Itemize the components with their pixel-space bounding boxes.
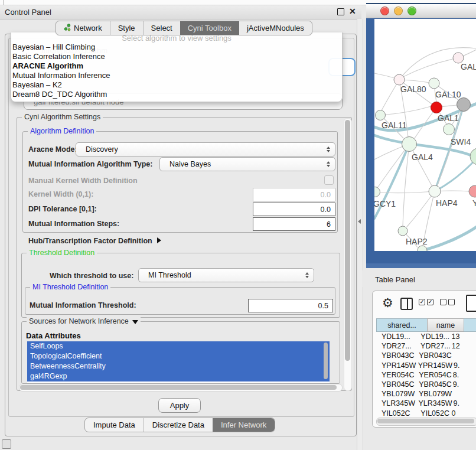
table-cell: YBR043C: [376, 351, 418, 360]
mi-steps-field[interactable]: 6: [253, 217, 335, 231]
dock-panel-button[interactable]: [2, 439, 11, 449]
network-node-hap4[interactable]: [429, 185, 441, 197]
algorithm-option-dream8-dc-tdc-algorithm[interactable]: Dream8 DC_TDC Algorithm: [11, 90, 342, 99]
table-row[interactable]: YIL052CYIL052C0: [376, 409, 476, 417]
algorithm-definition-title: Algorithm Definition: [28, 127, 96, 135]
table-row[interactable]: YLR345WYLR345W9.: [376, 399, 476, 408]
network-edge[interactable]: [437, 156, 476, 190]
float-panel-icon[interactable]: [337, 8, 344, 15]
column-header-name[interactable]: name: [427, 318, 464, 332]
network-edge[interactable]: [403, 58, 458, 77]
tab-network[interactable]: Network: [56, 21, 110, 35]
network-canvas[interactable]: GAL7GAL80GAL10GAL1GAL11SWI4GAL4GCY1HAP4Y…: [374, 19, 476, 251]
which-threshold-combo[interactable]: MI Threshold: [138, 268, 314, 282]
network-node-gcy1[interactable]: [374, 187, 380, 197]
data-attributes-list[interactable]: SelfLoopsTopologicalCoefficientBetweenne…: [27, 341, 330, 383]
data-attributes-label: Data Attributes: [26, 331, 81, 340]
algorithm-dropdown: Select algorithm to view settings Bayesi…: [11, 32, 343, 102]
algorithm-option-aracne-algorithm[interactable]: ARACNE Algorithm: [11, 61, 342, 71]
close-icon[interactable]: ✕: [349, 6, 356, 16]
attribute-item-gal4rgexp[interactable]: gal4RGexp: [27, 371, 330, 381]
hub-section-label: Hub/Transcription Factor Definition: [28, 237, 152, 245]
table-row[interactable]: YER054CYER054C8.: [376, 370, 476, 380]
network-node-gal11[interactable]: [376, 110, 386, 120]
table-cell: YIL052C: [376, 409, 419, 416]
table-row[interactable]: YPR145WYPR145W9.: [376, 361, 476, 370]
column-layout-icon[interactable]: [400, 298, 413, 310]
network-node[interactable]: [418, 246, 427, 251]
network-node-y[interactable]: [469, 185, 476, 197]
network-edge[interactable]: [380, 106, 431, 115]
aracne-mode-combo[interactable]: Discovery: [76, 142, 335, 156]
network-node-gal10[interactable]: [429, 78, 439, 89]
settings-horizontal-scrollbar-thumb[interactable]: [20, 385, 337, 390]
tab-label: Cyni Toolbox: [188, 24, 232, 32]
table-row[interactable]: YDL19...YDL19...13: [376, 332, 476, 341]
select-all-check-icon-2[interactable]: ✓: [427, 299, 433, 305]
bottom-tab-discretize-data[interactable]: Discretize Data: [144, 418, 213, 432]
tab-cyni-toolbox[interactable]: Cyni Toolbox: [180, 21, 239, 35]
bottom-tab-infer-network[interactable]: Infer Network: [213, 418, 275, 432]
mi-algorithm-type-combo[interactable]: Naive Bayes: [159, 157, 335, 171]
table-row[interactable]: YBR045CYBR045C9.: [376, 380, 476, 389]
sources-toggle[interactable]: Sources for Network Inference: [27, 317, 141, 325]
kernel-width-label: Kernel Width (0,1):: [28, 190, 93, 198]
table-cell: 9.: [452, 380, 476, 389]
network-node-gal4[interactable]: [402, 137, 417, 152]
gear-icon[interactable]: ⚙: [382, 296, 393, 310]
column-header-a[interactable]: A: [464, 318, 476, 332]
node-label: HAP4: [436, 198, 458, 208]
settings-vertical-scrollbar-thumb[interactable]: [345, 120, 350, 361]
split-pane-divider[interactable]: [357, 19, 363, 450]
table-row[interactable]: YBL079WYBL079W: [376, 389, 476, 399]
mi-threshold-field[interactable]: 0.5: [248, 299, 333, 312]
bottom-tab-impute-data[interactable]: Impute Data: [85, 418, 144, 432]
tab-style[interactable]: Style: [110, 21, 143, 35]
network-node-gal1[interactable]: [431, 102, 442, 113]
node-label: HAP2: [406, 237, 428, 246]
network-node-hap2[interactable]: [398, 226, 407, 236]
table-cell: YBL079W: [418, 390, 452, 398]
document-icon[interactable]: [466, 295, 476, 312]
algorithm-option-basic-correlation-inference[interactable]: Basic Correlation Inference: [11, 52, 342, 61]
aracne-mode-value: Discovery: [86, 145, 118, 154]
deselect-all-icon-2[interactable]: [448, 299, 455, 305]
network-node-gal80[interactable]: [394, 74, 405, 85]
control-panel-titlebar: [0, 5, 361, 19]
attribute-item-betweennesscentrality[interactable]: BetweennessCentrality: [27, 361, 330, 371]
table-row[interactable]: YBR043CYBR043C: [376, 351, 476, 360]
node-label: Y: [472, 198, 476, 208]
table-row[interactable]: YDR27...YDR27...12: [376, 341, 476, 351]
tab-bar: NetworkStyleSelectCyni ToolboxjActiveMNo…: [56, 21, 312, 35]
tab-select[interactable]: Select: [143, 21, 180, 35]
network-edge[interactable]: [420, 226, 476, 251]
select-all-check-icon[interactable]: ✓: [419, 299, 425, 305]
kernel-width-field[interactable]: 0.0: [253, 188, 335, 201]
deselect-all-icon[interactable]: [440, 299, 446, 305]
attribute-item-selfloops[interactable]: SelfLoops: [27, 341, 330, 351]
algorithm-option-mutual-information-inference[interactable]: Mutual Information Inference: [11, 71, 342, 80]
tab-jactivemnodules[interactable]: jActiveMNodules: [239, 21, 312, 35]
table-cell: YBR045C: [418, 380, 452, 389]
mi-algorithm-type-value: Naive Bayes: [169, 160, 211, 168]
window-zoom-button[interactable]: [407, 6, 416, 15]
table-horizontal-scrollbar-thumb[interactable]: [377, 419, 474, 423]
kernel-width-value: 0.0: [321, 191, 331, 199]
network-node[interactable]: [457, 98, 471, 112]
list-scrollbar[interactable]: [324, 343, 328, 379]
network-node[interactable]: [470, 148, 476, 165]
column-header-shared[interactable]: shared...: [376, 318, 427, 332]
network-edge[interactable]: [374, 146, 403, 159]
manual-kernel-checkbox[interactable]: [324, 175, 334, 185]
algorithm-option-bayesian-k2[interactable]: Bayesian – K2: [11, 80, 342, 90]
apply-button[interactable]: Apply: [158, 398, 201, 413]
window-close-button[interactable]: [380, 6, 389, 15]
network-node-swi4[interactable]: [444, 124, 455, 135]
hub-section-toggle[interactable]: Hub/Transcription Factor Definition: [28, 237, 161, 245]
algorithm-option-bayesian-hill-climbing[interactable]: Bayesian – Hill Climbing: [11, 43, 342, 52]
window-minimize-button[interactable]: [394, 6, 403, 15]
dpi-tolerance-field[interactable]: 0.0: [253, 203, 335, 216]
attribute-item-topologicalcoefficient[interactable]: TopologicalCoefficient: [27, 351, 330, 361]
tab-label: Style: [118, 24, 135, 32]
split-pane-collapse-icon[interactable]: [358, 219, 361, 224]
